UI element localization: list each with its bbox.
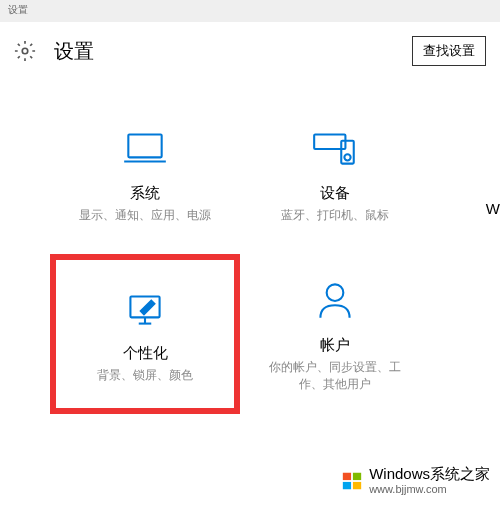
svg-rect-13 [343, 482, 351, 489]
tile-desc: 你的帐户、同步设置、工作、其他用户 [260, 359, 410, 393]
tile-title: 个性化 [123, 344, 168, 363]
gear-icon [14, 40, 36, 62]
svg-point-6 [344, 154, 350, 160]
watermark: Windows系统之家 www.bjjmw.com [341, 466, 490, 495]
svg-rect-12 [353, 472, 361, 479]
tile-accounts[interactable]: 帐户 你的帐户、同步设置、工作、其他用户 [240, 254, 430, 414]
svg-rect-11 [343, 472, 351, 479]
svg-point-0 [22, 48, 28, 54]
tile-desc: 显示、通知、应用、电源 [79, 207, 211, 224]
tile-title: 设备 [320, 184, 350, 203]
tile-desc: 蓝牙、打印机、鼠标 [281, 207, 389, 224]
settings-grid: 系统 显示、通知、应用、电源 设备 蓝牙、打印机、鼠标 个性化 背景、锁屏、颜色 [0, 94, 500, 414]
page-title: 设置 [54, 38, 412, 65]
watermark-url: www.bjjmw.com [369, 483, 490, 495]
devices-icon [310, 124, 360, 174]
personalization-icon [120, 284, 170, 334]
svg-rect-14 [353, 482, 361, 489]
titlebar-text: 设置 [8, 4, 28, 15]
tile-title: 系统 [130, 184, 160, 203]
svg-point-10 [327, 284, 344, 301]
laptop-icon [120, 124, 170, 174]
tile-system[interactable]: 系统 显示、通知、应用、电源 [50, 94, 240, 254]
tile-title: 帐户 [320, 336, 350, 355]
find-setting-button[interactable]: 查找设置 [412, 36, 486, 66]
windows-logo-icon [341, 470, 363, 492]
tile-personalization[interactable]: 个性化 背景、锁屏、颜色 [50, 254, 240, 414]
tile-desc: 背景、锁屏、颜色 [97, 367, 193, 384]
person-icon [310, 276, 360, 326]
svg-rect-1 [128, 135, 161, 158]
settings-header: 设置 查找设置 [0, 22, 500, 94]
window-titlebar: 设置 [0, 0, 500, 22]
watermark-brand: Windows系统之家 [369, 466, 490, 483]
partial-tile-right: W [486, 200, 500, 217]
tile-devices[interactable]: 设备 蓝牙、打印机、鼠标 [240, 94, 430, 254]
